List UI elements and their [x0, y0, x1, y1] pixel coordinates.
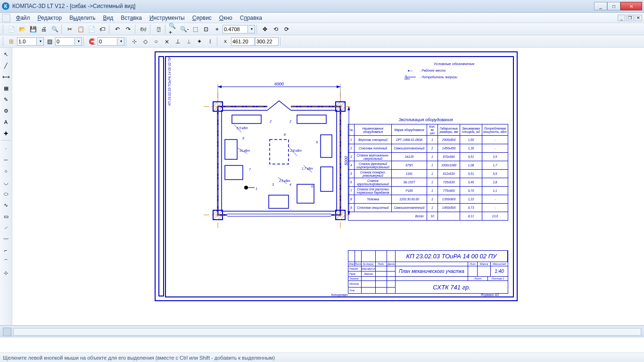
undo-button[interactable]: ↶: [112, 24, 123, 34]
rect-tool-icon[interactable]: ▭: [1, 211, 11, 222]
grid-button[interactable]: ⊞: [6, 36, 17, 47]
circle-tool-icon[interactable]: ○: [1, 166, 11, 176]
line-width-input[interactable]: [17, 37, 37, 46]
arc-tool-icon[interactable]: ◡: [1, 177, 11, 188]
menu-window[interactable]: Окно: [215, 14, 236, 22]
hatch-tool-icon[interactable]: ▦: [1, 83, 11, 93]
snap-near-icon[interactable]: ✦: [194, 36, 205, 47]
zoom-window-button[interactable]: ⬚: [190, 24, 200, 34]
property-icon[interactable]: [3, 328, 11, 336]
table-row: 3Станок вертикально-сверлильный2А1351870…: [348, 153, 508, 161]
new-button[interactable]: 📄: [6, 24, 17, 34]
cut-button[interactable]: ✂: [65, 24, 75, 34]
legend-item-1: - Рабочее место: [420, 69, 446, 72]
snap-center-icon[interactable]: ○: [151, 36, 161, 47]
segment-tool-icon[interactable]: ─: [1, 155, 11, 165]
pan-button[interactable]: ✥: [260, 24, 270, 34]
menu-select[interactable]: Выделить: [66, 14, 99, 22]
select-tool-icon[interactable]: ↖: [1, 49, 11, 59]
polyline-tool-icon[interactable]: ⟋: [1, 222, 11, 233]
svg-text:2,8 кВт: 2,8 кВт: [290, 149, 302, 152]
mdi-minimize[interactable]: _: [618, 15, 625, 21]
table-header-row: № Наименование оборудования Марка оборуд…: [348, 124, 508, 136]
previous-view-button[interactable]: ⟲: [271, 24, 281, 34]
ellipse-tool-icon[interactable]: ⬭: [1, 189, 11, 199]
zoom-dropdown[interactable]: ▾: [248, 25, 255, 33]
new-doc-icon[interactable]: [2, 14, 10, 22]
spin-input[interactable]: [55, 37, 75, 46]
bezier-tool-icon[interactable]: 〰: [1, 234, 11, 244]
snap-tangent-icon[interactable]: ⊥: [173, 36, 183, 47]
equipment-title: Экспликация оборудования: [348, 117, 504, 122]
snap-end-icon[interactable]: ⊹: [129, 36, 140, 47]
snap-mid-icon[interactable]: ◇: [140, 36, 150, 47]
maximize-button[interactable]: □: [607, 2, 620, 10]
fillet-tool-icon[interactable]: ⌒: [1, 256, 11, 267]
mdi-close[interactable]: ✕: [635, 15, 642, 21]
redraw-button[interactable]: ⟳: [281, 24, 292, 34]
snap-button[interactable]: 🧲: [87, 36, 97, 47]
snap-perp-icon[interactable]: ⟂: [183, 36, 194, 47]
zoom-in-button[interactable]: 🔍+: [168, 24, 179, 34]
redo-button[interactable]: ↷: [123, 24, 133, 34]
svg-text:8: 8: [284, 133, 286, 136]
snap-intersect-icon[interactable]: ⨯: [162, 36, 172, 47]
zoom-target-button[interactable]: ⌖: [212, 24, 222, 34]
menu-tools[interactable]: Инструменты: [146, 14, 189, 22]
property-field[interactable]: [13, 328, 641, 336]
step-input[interactable]: [98, 37, 117, 46]
chamfer-tool-icon[interactable]: ⌐: [1, 245, 11, 255]
menu-help[interactable]: Справка: [236, 14, 266, 22]
svg-text:2,5 кВт: 2,5 кВт: [279, 179, 290, 182]
open-button[interactable]: 📂: [17, 24, 27, 34]
menu-file[interactable]: Файл: [12, 14, 34, 22]
app-icon: К: [2, 2, 9, 10]
coord-x-input[interactable]: [231, 37, 255, 46]
fx-button[interactable]: f(x): [138, 24, 149, 34]
svg-text:9: 9: [316, 140, 318, 144]
drawing-canvas[interactable]: КП 23.02.03 ТОиРА 14 00 02 ПУ Условные о…: [12, 48, 644, 325]
snap-grid-icon[interactable]: ⁞: [205, 36, 215, 47]
print-button[interactable]: 🖨: [39, 24, 49, 34]
close-button[interactable]: ✕: [620, 2, 642, 10]
zoom-out-button[interactable]: 🔍-: [179, 24, 190, 34]
copy-button[interactable]: 📋: [75, 24, 86, 34]
edit-tool-icon[interactable]: ✎: [1, 94, 11, 105]
zoom-fit-button[interactable]: ⊡: [201, 24, 211, 34]
param-tool-icon[interactable]: ⚙: [1, 106, 11, 116]
axis-tool-icon[interactable]: ⊹: [1, 268, 11, 278]
point-tool-icon[interactable]: ·: [1, 143, 11, 154]
layer-button[interactable]: ▤: [44, 36, 55, 47]
col-dims: Габаритные размеры, мм: [438, 124, 460, 136]
properties-button[interactable]: 🏷: [97, 24, 107, 34]
menu-insert[interactable]: Вставка: [117, 14, 146, 22]
svg-text:5,5 кВт: 5,5 кВт: [237, 126, 248, 130]
save-button[interactable]: 💾: [28, 24, 38, 34]
spline-tool-icon[interactable]: ∿: [1, 200, 11, 210]
paste-button[interactable]: 📄: [86, 24, 97, 34]
svg-text:2: 2: [289, 120, 291, 123]
minimize-button[interactable]: _: [594, 2, 607, 10]
menu-service[interactable]: Сервис: [189, 14, 215, 22]
menu-editor[interactable]: Редактор: [34, 14, 66, 22]
menubar: Файл Редактор Выделить Вид Вставка Инстр…: [0, 13, 644, 23]
spin-dropdown[interactable]: ▾: [75, 37, 82, 46]
col-name: Наименование оборудования: [354, 124, 391, 136]
line-tool-icon[interactable]: ╱: [1, 60, 11, 71]
dimension-tool-icon[interactable]: ⟷: [1, 72, 11, 82]
svg-rect-36: [232, 115, 261, 123]
table-row: 2Стеллаж полочныйСамоизготовленный21450х…: [348, 144, 508, 153]
help-cursor-button[interactable]: ⍰: [153, 24, 164, 34]
text-tool-icon[interactable]: A: [1, 117, 11, 127]
line-width-dropdown[interactable]: ▾: [37, 37, 44, 46]
svg-text:2: 2: [269, 120, 272, 123]
consumer-symbol-icon: ↘кВт: [405, 74, 416, 80]
step-dropdown[interactable]: ▾: [118, 37, 124, 46]
mdi-restore[interactable]: ❐: [626, 15, 634, 21]
zoom-input[interactable]: [223, 25, 248, 33]
preview-button[interactable]: 🔍: [50, 24, 60, 34]
menu-view[interactable]: Вид: [99, 14, 117, 22]
measure-tool-icon[interactable]: ✚: [1, 128, 11, 139]
coord-y-input[interactable]: [255, 37, 279, 46]
svg-text:7: 7: [249, 168, 251, 171]
